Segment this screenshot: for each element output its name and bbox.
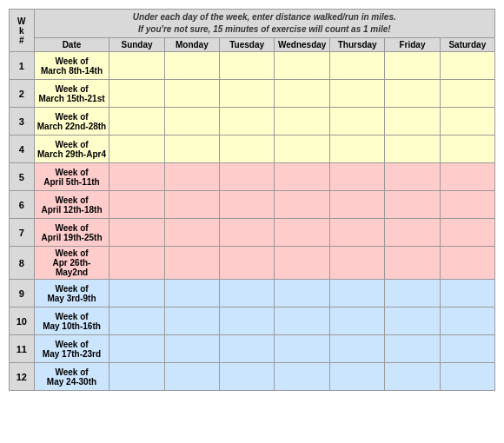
day-input-cell[interactable] bbox=[440, 191, 494, 219]
day-input-cell[interactable] bbox=[109, 108, 164, 136]
day-input-cell[interactable] bbox=[440, 163, 494, 191]
day-input-cell[interactable] bbox=[164, 108, 219, 136]
day-input-cell[interactable] bbox=[440, 52, 494, 80]
day-input-cell[interactable] bbox=[220, 363, 275, 391]
day-input-cell[interactable] bbox=[385, 108, 440, 136]
date-cell: Week of April 19th-25th bbox=[34, 219, 109, 247]
day-input-cell[interactable] bbox=[440, 247, 494, 280]
day-input-cell[interactable] bbox=[330, 247, 385, 280]
date-cell: Week of March 29th-Apr4 bbox=[34, 136, 109, 163]
day-input-cell[interactable] bbox=[109, 280, 164, 307]
date-cell: Week of May 17th-23rd bbox=[34, 335, 109, 363]
table-row: 1Week of March 8th-14th bbox=[10, 52, 495, 80]
day-input-cell[interactable] bbox=[275, 80, 330, 108]
day-input-cell[interactable] bbox=[164, 247, 219, 280]
week-number-cell: 7 bbox=[10, 219, 35, 247]
day-input-cell[interactable] bbox=[440, 108, 494, 136]
day-input-cell[interactable] bbox=[385, 136, 440, 163]
week-number-cell: 12 bbox=[10, 363, 35, 391]
day-input-cell[interactable] bbox=[275, 163, 330, 191]
day-input-cell[interactable] bbox=[109, 247, 164, 280]
day-input-cell[interactable] bbox=[440, 335, 494, 363]
day-input-cell[interactable] bbox=[109, 52, 164, 80]
day-input-cell[interactable] bbox=[330, 52, 385, 80]
day-input-cell[interactable] bbox=[275, 335, 330, 363]
day-input-cell[interactable] bbox=[440, 136, 494, 163]
day-input-cell[interactable] bbox=[164, 80, 219, 108]
week-number-cell: 11 bbox=[10, 335, 35, 363]
day-input-cell[interactable] bbox=[440, 219, 494, 247]
day-input-cell[interactable] bbox=[385, 335, 440, 363]
day-input-cell[interactable] bbox=[109, 219, 164, 247]
week-number-cell: 6 bbox=[10, 191, 35, 219]
day-input-cell[interactable] bbox=[164, 136, 219, 163]
day-input-cell[interactable] bbox=[275, 136, 330, 163]
day-input-cell[interactable] bbox=[109, 136, 164, 163]
day-input-cell[interactable] bbox=[440, 307, 494, 335]
day-input-cell[interactable] bbox=[440, 80, 494, 108]
day-input-cell[interactable] bbox=[164, 163, 219, 191]
day-input-cell[interactable] bbox=[220, 52, 275, 80]
day-input-cell[interactable] bbox=[164, 219, 219, 247]
day-input-cell[interactable] bbox=[220, 307, 275, 335]
day-input-cell[interactable] bbox=[109, 307, 164, 335]
day-input-cell[interactable] bbox=[275, 307, 330, 335]
day-input-cell[interactable] bbox=[275, 363, 330, 391]
day-input-cell[interactable] bbox=[330, 80, 385, 108]
day-input-cell[interactable] bbox=[330, 136, 385, 163]
table-row: 11Week of May 17th-23rd bbox=[10, 335, 495, 363]
day-input-cell[interactable] bbox=[164, 280, 219, 307]
day-input-cell[interactable] bbox=[109, 335, 164, 363]
day-input-cell[interactable] bbox=[220, 280, 275, 307]
day-input-cell[interactable] bbox=[109, 191, 164, 219]
day-input-cell[interactable] bbox=[164, 335, 219, 363]
day-input-cell[interactable] bbox=[220, 136, 275, 163]
day-input-cell[interactable] bbox=[220, 163, 275, 191]
day-input-cell[interactable] bbox=[275, 108, 330, 136]
day-input-cell[interactable] bbox=[164, 307, 219, 335]
day-input-cell[interactable] bbox=[275, 191, 330, 219]
day-input-cell[interactable] bbox=[220, 247, 275, 280]
main-container: W k # Under each day of the week, enter … bbox=[0, 0, 504, 400]
day-input-cell[interactable] bbox=[275, 280, 330, 307]
date-cell: Week of April 12th-18th bbox=[34, 191, 109, 219]
day-input-cell[interactable] bbox=[385, 307, 440, 335]
day-input-cell[interactable] bbox=[275, 219, 330, 247]
day-input-cell[interactable] bbox=[385, 163, 440, 191]
monday-header: Monday bbox=[164, 38, 219, 52]
day-input-cell[interactable] bbox=[164, 52, 219, 80]
day-input-cell[interactable] bbox=[330, 108, 385, 136]
day-input-cell[interactable] bbox=[330, 191, 385, 219]
day-input-cell[interactable] bbox=[330, 363, 385, 391]
day-input-cell[interactable] bbox=[164, 191, 219, 219]
day-input-cell[interactable] bbox=[109, 80, 164, 108]
date-cell: Week of March 22nd-28th bbox=[34, 108, 109, 136]
day-input-cell[interactable] bbox=[275, 52, 330, 80]
day-input-cell[interactable] bbox=[385, 247, 440, 280]
day-input-cell[interactable] bbox=[275, 247, 330, 280]
day-input-cell[interactable] bbox=[330, 163, 385, 191]
day-input-cell[interactable] bbox=[164, 363, 219, 391]
day-input-cell[interactable] bbox=[385, 191, 440, 219]
day-input-cell[interactable] bbox=[385, 363, 440, 391]
day-input-cell[interactable] bbox=[330, 219, 385, 247]
day-input-cell[interactable] bbox=[220, 335, 275, 363]
day-input-cell[interactable] bbox=[385, 80, 440, 108]
day-input-cell[interactable] bbox=[330, 335, 385, 363]
day-input-cell[interactable] bbox=[109, 363, 164, 391]
day-input-cell[interactable] bbox=[440, 280, 494, 307]
day-input-cell[interactable] bbox=[385, 280, 440, 307]
day-input-cell[interactable] bbox=[330, 307, 385, 335]
day-input-cell[interactable] bbox=[220, 108, 275, 136]
day-input-cell[interactable] bbox=[385, 52, 440, 80]
day-input-cell[interactable] bbox=[220, 191, 275, 219]
table-row: 10Week of May 10th-16th bbox=[10, 307, 495, 335]
day-input-cell[interactable] bbox=[330, 280, 385, 307]
day-input-cell[interactable] bbox=[440, 363, 494, 391]
day-input-cell[interactable] bbox=[220, 80, 275, 108]
date-cell: Week of April 5th-11th bbox=[34, 163, 109, 191]
friday-header: Friday bbox=[385, 38, 440, 52]
day-input-cell[interactable] bbox=[109, 163, 164, 191]
day-input-cell[interactable] bbox=[220, 219, 275, 247]
day-input-cell[interactable] bbox=[385, 219, 440, 247]
